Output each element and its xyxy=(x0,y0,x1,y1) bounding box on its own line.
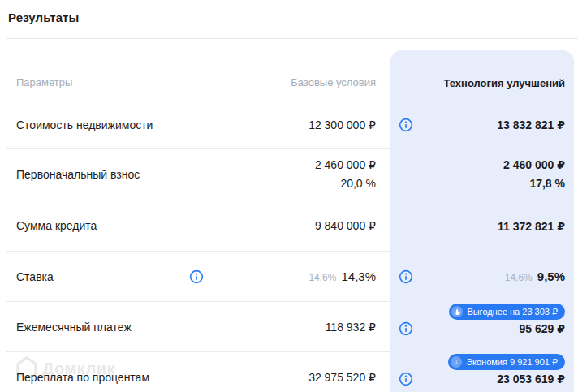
column-header-params: Параметры xyxy=(16,76,72,88)
improved-down-payment-amount: 2 460 000 ₽ xyxy=(503,157,565,174)
base-rate: 14,3% xyxy=(341,269,376,283)
benefit-badge-label: Выгоднее на 23 303 ₽ xyxy=(467,307,558,317)
row-label-property-cost: Стоимость недвижимости xyxy=(16,118,153,131)
improved-rate: 9,5% xyxy=(537,269,565,283)
improved-monthly-payment: 95 629 ₽ xyxy=(520,322,565,335)
info-icon[interactable] xyxy=(189,269,204,284)
arrow-down-icon: ↓ xyxy=(451,356,462,368)
table-header-row: Параметры Базовые условия Технология улу… xyxy=(0,39,578,101)
row-label-overpayment: Переплата по процентам xyxy=(16,371,149,384)
info-icon[interactable] xyxy=(399,269,413,284)
info-icon[interactable] xyxy=(399,118,413,132)
row-label-down-payment: Первоначальный взнос xyxy=(16,168,140,181)
results-section: Результаты Домклик Параметры Базовые усл… xyxy=(0,0,578,392)
savings-badge: ↓ Экономия 9 921 901 ₽ xyxy=(448,354,565,370)
table-row: Первоначальный взнос 2 460 000 ₽ 20,0 % … xyxy=(0,149,578,200)
table-row: Переплата по процентам 32 975 520 ₽ ↓ Эк… xyxy=(0,352,578,392)
improved-overpayment: 23 053 619 ₽ xyxy=(497,373,565,386)
page-title: Результаты xyxy=(8,11,79,24)
improved-rate-old: 14,6% xyxy=(505,272,533,283)
row-label-rate: Ставка xyxy=(16,270,189,283)
table-row: Сумма кредита 9 840 000 ₽ 11 372 821 ₽ xyxy=(0,200,578,252)
table-row: Ставка 14,6%14,3% 14,6%9,5% xyxy=(0,252,578,302)
column-header-improved: Технология улучшений xyxy=(443,77,565,89)
improved-down-payment-percent: 17,8 % xyxy=(529,175,565,192)
improved-loan-amount: 11 372 821 ₽ xyxy=(498,220,565,233)
benefit-badge: Выгоднее на 23 303 ₽ xyxy=(449,304,565,320)
savings-badge-label: Экономия 9 921 901 ₽ xyxy=(466,357,558,368)
column-header-base: Базовые условия xyxy=(291,76,376,88)
thumb-up-icon xyxy=(451,306,463,317)
table-row: Стоимость недвижимости 12 300 000 ₽ 13 8… xyxy=(0,101,578,149)
base-down-payment-amount: 2 460 000 ₽ xyxy=(315,157,376,174)
info-icon[interactable] xyxy=(399,321,413,336)
improved-property-cost: 13 832 821 ₽ xyxy=(497,118,565,131)
base-rate-old: 14,6% xyxy=(308,272,336,283)
info-icon[interactable] xyxy=(399,372,413,386)
table-row: Ежемесячный платеж 118 932 ₽ Выгоднее на… xyxy=(0,302,578,352)
base-down-payment-percent: 20,0 % xyxy=(340,175,376,192)
row-label-loan-amount: Сумма кредита xyxy=(16,219,97,232)
row-label-monthly-payment: Ежемесячный платеж xyxy=(16,321,132,334)
base-overpayment: 32 975 520 ₽ xyxy=(308,371,376,384)
base-loan-amount: 9 840 000 ₽ xyxy=(315,219,376,232)
base-monthly-payment: 118 932 ₽ xyxy=(326,321,376,334)
base-property-cost: 12 300 000 ₽ xyxy=(308,118,376,131)
